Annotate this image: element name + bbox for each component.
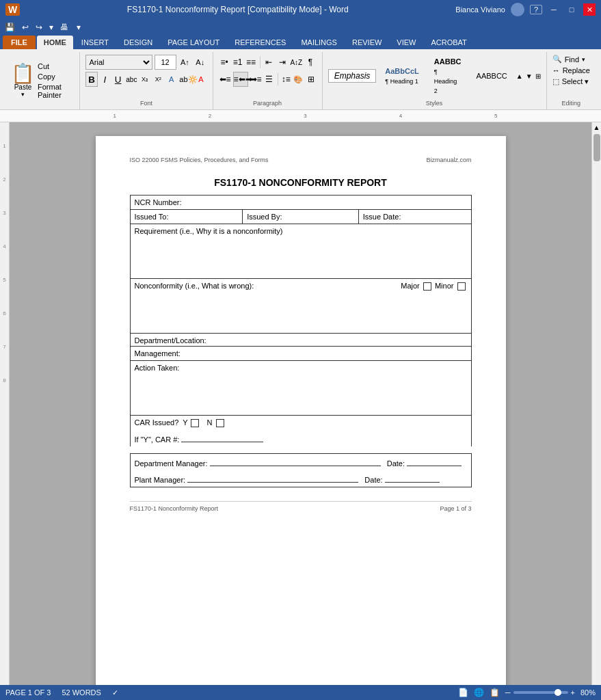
style-emphasis[interactable]: Emphasis <box>328 69 377 83</box>
sort-button[interactable]: A↕Z <box>289 55 303 70</box>
style-normal[interactable]: AABBCC <box>470 69 513 83</box>
view-outline-button[interactable]: 📋 <box>490 688 500 697</box>
paste-dropdown-icon[interactable]: ▾ <box>21 91 25 98</box>
zoom-in-button[interactable]: + <box>571 688 575 697</box>
plant-manager-field[interactable] <box>187 473 358 483</box>
numbering-button[interactable]: ≡1 <box>232 55 243 70</box>
tab-review[interactable]: REVIEW <box>345 36 388 49</box>
minor-checkbox[interactable] <box>457 282 466 291</box>
dept-location-cell: Department/Location: <box>130 334 471 347</box>
font-grow-button[interactable]: A↑ <box>178 55 191 69</box>
status-left: PAGE 1 OF 3 52 WORDS ✓ <box>5 688 118 697</box>
scroll-thumb[interactable] <box>593 134 600 161</box>
zoom-level[interactable]: 80% <box>580 688 596 697</box>
save-icon[interactable]: 💾 <box>3 21 17 33</box>
car-number-cell: If "Y", CAR #: <box>130 430 471 446</box>
underline-button[interactable]: U <box>112 72 124 87</box>
copy-button[interactable]: Copy <box>38 72 74 81</box>
highlight-button[interactable]: ab🔆 <box>178 72 193 87</box>
select-button[interactable]: ⬚ Select ▾ <box>552 77 590 86</box>
car-y-checkbox[interactable] <box>191 419 199 427</box>
tab-acrobat[interactable]: ACROBAT <box>424 36 473 49</box>
show-formatting-button[interactable]: ¶ <box>304 55 316 70</box>
align-right-button[interactable]: ➡≡ <box>250 72 263 87</box>
font-family-select[interactable]: Arial <box>85 55 152 70</box>
tab-design[interactable]: DESIGN <box>117 36 159 49</box>
font-color-button[interactable]: A <box>195 72 206 87</box>
multilevel-list-button[interactable]: ≡≡ <box>245 55 256 70</box>
superscript-button[interactable]: X² <box>152 72 164 87</box>
dept-manager-date-field[interactable] <box>407 457 462 466</box>
customize-qat-icon[interactable]: ▾ <box>75 21 83 33</box>
document-header: ISO 22000 FSMS Policies, Procedures, and… <box>130 157 472 163</box>
font-row2: B I U abc X₂ X² A ab🔆 A <box>85 72 206 87</box>
strikethrough-button[interactable]: abc <box>125 72 137 87</box>
editing-label: Editing <box>552 97 590 107</box>
issued-by-cell: Issued By: <box>243 210 359 224</box>
view-print-button[interactable]: 📄 <box>458 688 468 697</box>
car-issued-cell: CAR Issued? Y N <box>130 416 471 431</box>
font-shrink-button[interactable]: A↓ <box>193 55 206 69</box>
font-size-input[interactable] <box>155 55 176 70</box>
tab-references[interactable]: REFERENCES <box>228 36 293 49</box>
line-spacing-button[interactable]: ↕≡ <box>280 72 291 87</box>
document-page[interactable]: ISO 22000 FSMS Policies, Procedures, and… <box>96 136 506 697</box>
tab-file[interactable]: FILE <box>3 36 36 49</box>
car-number-field[interactable] <box>181 433 263 442</box>
replace-button[interactable]: ↔ Replace <box>552 66 590 75</box>
tab-insert[interactable]: INSERT <box>75 36 116 49</box>
print-preview-icon[interactable]: 🖶 <box>58 21 70 33</box>
decrease-indent-button[interactable]: ⇤ <box>263 55 275 70</box>
tab-view[interactable]: VIEW <box>390 36 423 49</box>
undo-icon[interactable]: ↩ <box>20 21 31 33</box>
zoom-out-button[interactable]: ─ <box>505 688 511 697</box>
v-ruler-1: 1 <box>3 143 5 149</box>
styles-expand[interactable]: ⊞ <box>535 72 541 80</box>
major-checkbox[interactable] <box>423 282 431 291</box>
management-cell: Management: <box>130 347 471 361</box>
shading-button[interactable]: 🎨 <box>293 72 304 87</box>
view-web-button[interactable]: 🌐 <box>474 688 484 697</box>
format-painter-button[interactable]: Format Painter <box>38 83 74 99</box>
find-icon: 🔍 <box>552 55 562 64</box>
tab-page-layout[interactable]: PAGE LAYOUT <box>161 36 226 49</box>
zoom-slider-track[interactable] <box>513 691 568 694</box>
align-left-button[interactable]: ⬅≡ <box>219 72 232 87</box>
minimize-button[interactable]: ─ <box>548 3 560 16</box>
plant-manager-cell: Plant Manager: Date: <box>130 470 471 487</box>
scroll-up-button[interactable]: ▲ <box>593 124 600 131</box>
styles-scroll-up[interactable]: ▲ <box>516 72 523 80</box>
para-divider1 <box>260 56 261 68</box>
styles-scroll-down[interactable]: ▼ <box>526 72 533 80</box>
car-n-checkbox[interactable] <box>216 419 224 427</box>
italic-button[interactable]: I <box>99 72 111 87</box>
minor-label: Minor <box>435 282 454 290</box>
cut-button[interactable]: Cut <box>38 62 74 70</box>
style-heading2[interactable]: AABBC ¶ Heading 2 <box>428 55 468 97</box>
close-button[interactable]: ✕ <box>583 3 596 16</box>
tab-mailings[interactable]: MAILINGS <box>294 36 344 49</box>
paste-button-group[interactable]: 📋 Paste ▾ <box>11 64 35 98</box>
text-effects-button[interactable]: A <box>165 72 177 87</box>
style-heading1[interactable]: AaBbCcL ¶ Heading 1 <box>379 64 425 88</box>
find-button[interactable]: 🔍 Find ▾ <box>552 55 590 64</box>
redo-icon[interactable]: ↪ <box>34 21 44 33</box>
increase-indent-button[interactable]: ⇥ <box>276 55 288 70</box>
bold-button[interactable]: B <box>85 72 97 87</box>
help-button[interactable]: ? <box>530 5 542 14</box>
borders-button[interactable]: ⊞ <box>306 72 317 87</box>
subscript-button[interactable]: X₂ <box>139 72 150 87</box>
qat-dropdown-icon[interactable]: ▾ <box>47 21 55 33</box>
dept-manager-field[interactable] <box>210 457 381 466</box>
bullets-button[interactable]: ≡• <box>219 55 230 70</box>
zoom-slider-thumb[interactable] <box>555 689 561 696</box>
maximize-button[interactable]: □ <box>565 3 578 16</box>
issued-to-label: Issued To: <box>135 213 169 221</box>
tab-home[interactable]: HOME <box>37 36 73 49</box>
plant-manager-date-field[interactable] <box>385 473 440 483</box>
proofing-icon[interactable]: ✓ <box>112 688 118 697</box>
vertical-scrollbar[interactable]: ▲ ▼ <box>591 122 601 700</box>
clipboard-sub-buttons: Cut Copy Format Painter <box>38 62 74 99</box>
justify-button[interactable]: ☰ <box>264 72 275 87</box>
align-center-button[interactable]: ≡⬅➡ <box>233 72 248 87</box>
